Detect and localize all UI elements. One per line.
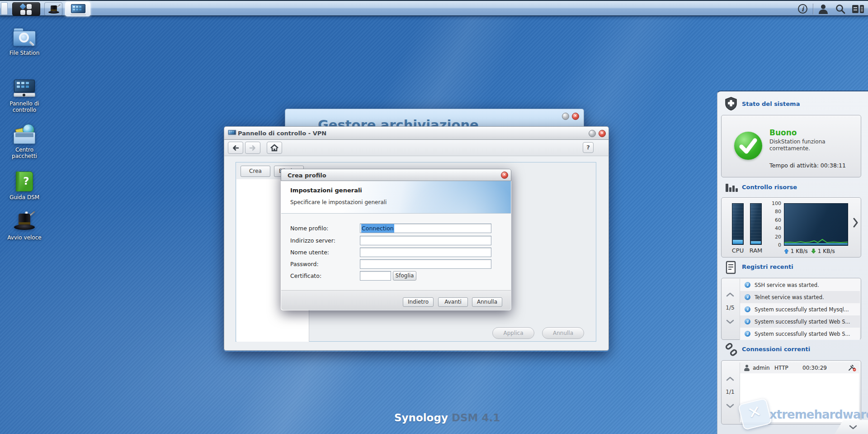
axis-tick: 80 bbox=[766, 209, 781, 215]
dialog-titlebar[interactable]: Crea profilo bbox=[281, 169, 511, 181]
system-status-title: Stato del sistema bbox=[742, 100, 800, 107]
watermark-text: xtremehardware.com bbox=[769, 408, 868, 421]
password-input[interactable] bbox=[360, 259, 491, 269]
control-panel-icon bbox=[71, 4, 86, 15]
log-list: SSH service was started. Telnet service … bbox=[740, 279, 860, 340]
dialog-body: Nome profilo: Connection Indirizzo serve… bbox=[281, 214, 511, 290]
back-button[interactable] bbox=[228, 142, 243, 154]
show-desktop-button[interactable] bbox=[1, 2, 8, 15]
main-menu-button[interactable] bbox=[12, 2, 40, 16]
forward-button[interactable] bbox=[245, 142, 260, 154]
logs-page-up[interactable] bbox=[726, 290, 734, 299]
magic-hat-icon bbox=[13, 211, 36, 233]
expand-chevron-icon[interactable] bbox=[853, 218, 859, 229]
logs-pager: 1/5 bbox=[723, 305, 737, 311]
desktop-icon-file-station[interactable]: File Station bbox=[4, 26, 45, 56]
status-description: DiskStation funziona correttamente. bbox=[769, 138, 851, 152]
vpn-window-title: Pannello di controllo - VPN bbox=[238, 130, 326, 137]
connection-row: admin HTTP 00:30:29 bbox=[740, 362, 859, 373]
search-icon[interactable] bbox=[835, 4, 846, 16]
axis-tick: 20 bbox=[766, 234, 781, 240]
close-button[interactable] bbox=[501, 172, 508, 179]
axis-tick: 60 bbox=[766, 217, 781, 223]
log-document-icon bbox=[725, 261, 737, 276]
widget-panel: Stato del sistema Buono DiskStation funz… bbox=[717, 91, 868, 434]
desktop-icon-dsm-help[interactable]: ? Guida DSM bbox=[4, 171, 45, 200]
certificate-input[interactable] bbox=[360, 271, 391, 281]
log-row: System successfully started Web S... bbox=[740, 315, 860, 328]
apply-button[interactable]: Applica bbox=[492, 327, 534, 339]
desktop-icon-label: Centro pacchetti bbox=[4, 147, 45, 159]
username-label: Nome utente: bbox=[290, 249, 329, 256]
taskbar-quick-launch-button[interactable] bbox=[44, 2, 62, 16]
dialog-title: Crea profilo bbox=[288, 172, 326, 179]
connections-pager: 1/1 bbox=[723, 389, 737, 395]
certificate-label: Certificato: bbox=[290, 272, 321, 279]
folder-search-icon bbox=[13, 26, 36, 48]
axis-tick: 0 bbox=[766, 242, 781, 248]
browse-button[interactable]: Sfoglia bbox=[393, 271, 416, 281]
desktop-icon-package-center[interactable]: Centro pacchetti bbox=[4, 123, 45, 159]
server-address-label: Indirizzo server: bbox=[290, 237, 335, 244]
dialog-header: Impostazioni generali Specificare le imp… bbox=[281, 181, 511, 214]
info-icon bbox=[745, 331, 750, 337]
shield-icon bbox=[725, 97, 737, 112]
system-status-card: Buono DiskStation funziona correttamente… bbox=[721, 115, 861, 177]
server-address-input[interactable] bbox=[360, 236, 491, 245]
uptime-text: Tempo di attività: 00:38:11 bbox=[769, 162, 846, 169]
status-ok-icon bbox=[734, 132, 762, 160]
disconnect-icon[interactable] bbox=[848, 364, 856, 373]
resource-monitor-title: Controllo risorse bbox=[742, 184, 797, 191]
status-value: Buono bbox=[769, 128, 797, 137]
log-row: Telnet service was started. bbox=[740, 291, 860, 303]
desktop-icon-label: Avvio veloce bbox=[4, 234, 45, 241]
package-center-icon bbox=[13, 123, 36, 145]
profile-name-input[interactable]: Connection bbox=[360, 224, 491, 233]
close-button[interactable] bbox=[572, 113, 579, 120]
desktop-icon-control-panel[interactable]: Pannello di controllo bbox=[4, 77, 45, 113]
taskbar-control-panel-button[interactable] bbox=[65, 2, 90, 16]
cancel-button[interactable]: Annulla bbox=[542, 327, 584, 339]
dialog-section-title: Impostazioni generali bbox=[290, 187, 362, 194]
vpn-toolbar: ? bbox=[224, 140, 609, 156]
dsm-version-text: DSM 4.1 bbox=[452, 412, 500, 424]
cpu-gauge bbox=[732, 203, 744, 245]
user-icon[interactable] bbox=[817, 4, 829, 16]
create-profile-dialog: Crea profilo Impostazioni generali Speci… bbox=[281, 169, 511, 310]
desktop-icon-label: Guida DSM bbox=[4, 194, 45, 200]
dsm-branding: SynologyDSM 4.1 bbox=[394, 412, 500, 424]
log-row: System successfully started Web S... bbox=[740, 328, 860, 340]
connections-page-down[interactable] bbox=[726, 401, 734, 410]
pilot-view-icon[interactable] bbox=[852, 5, 864, 15]
desktop-icon-quick-start[interactable]: Avvio veloce bbox=[4, 211, 45, 241]
info-icon bbox=[745, 319, 750, 324]
log-row: SSH service was started. bbox=[740, 279, 860, 291]
home-button[interactable] bbox=[267, 142, 282, 154]
dialog-footer: Indietro Avanti Annulla bbox=[281, 290, 511, 310]
vpn-window-titlebar[interactable]: Pannello di controllo - VPN bbox=[224, 126, 609, 140]
svg-text:i: i bbox=[802, 5, 805, 13]
recent-logs-title: Registri recenti bbox=[742, 263, 793, 270]
minimize-button[interactable] bbox=[562, 113, 569, 120]
resource-monitor-card: CPU RAM 100 80 60 40 20 0 1 KB/s 1 KB/s bbox=[721, 197, 861, 258]
link-icon bbox=[725, 343, 738, 358]
password-label: Password: bbox=[290, 261, 319, 267]
create-button[interactable]: Crea bbox=[241, 166, 270, 177]
help-button[interactable]: ? bbox=[583, 142, 594, 153]
connections-page-up[interactable] bbox=[726, 374, 734, 383]
cpu-label: CPU bbox=[730, 247, 746, 254]
connection-user: admin bbox=[753, 365, 770, 371]
logs-page-down[interactable] bbox=[726, 317, 734, 326]
info-icon[interactable]: i bbox=[797, 4, 808, 16]
next-button[interactable]: Avanti bbox=[438, 297, 468, 307]
close-button[interactable] bbox=[599, 130, 606, 137]
cancel-button[interactable]: Annulla bbox=[472, 297, 502, 307]
axis-tick: 100 bbox=[766, 200, 781, 206]
axis-tick: 40 bbox=[766, 225, 781, 231]
back-button[interactable]: Indietro bbox=[403, 297, 434, 307]
minimize-button[interactable] bbox=[589, 130, 596, 137]
username-input[interactable] bbox=[360, 248, 491, 257]
dialog-section-subtitle: Specificare le impostazioni generali bbox=[290, 199, 387, 205]
profile-name-label: Nome profilo: bbox=[290, 225, 329, 232]
desktop-icon-label: Pannello di controllo bbox=[4, 100, 45, 113]
